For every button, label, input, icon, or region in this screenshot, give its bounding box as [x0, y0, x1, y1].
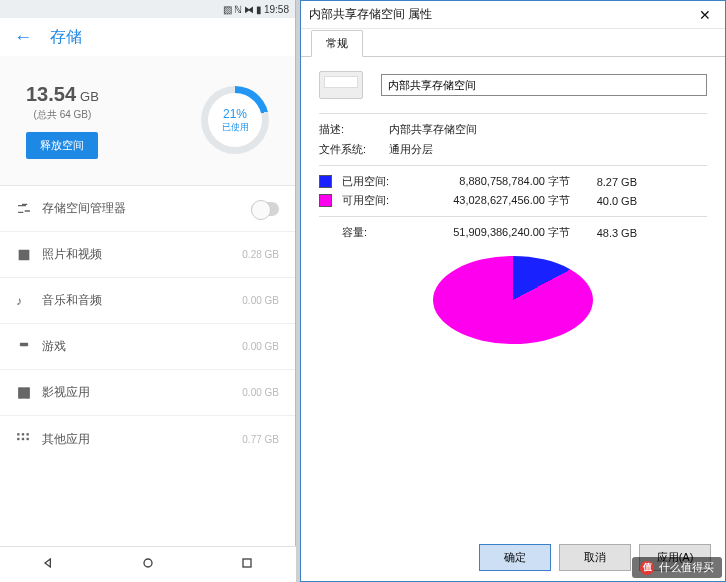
- svg-rect-8: [243, 559, 251, 567]
- page-title: 存储: [50, 27, 82, 48]
- svg-rect-1: [17, 433, 19, 435]
- back-arrow-icon[interactable]: ←: [14, 27, 32, 48]
- storage-summary: 13.54GB (总共 64 GB) 释放空间 21% 已使用: [0, 56, 295, 186]
- movie-icon: [16, 385, 42, 401]
- free-color-swatch: [319, 194, 332, 207]
- total-amount: (总共 64 GB): [26, 108, 99, 122]
- music-icon: ♪: [16, 294, 42, 308]
- used-gb: 8.27 GB: [582, 176, 637, 188]
- other-apps-row[interactable]: 其他应用 0.77 GB: [0, 416, 295, 462]
- nav-home-icon[interactable]: [140, 555, 156, 575]
- tab-strip: 常规: [301, 29, 725, 57]
- ring-label: 已使用: [222, 121, 249, 134]
- status-time: 19:58: [264, 4, 289, 15]
- dialog-titlebar: 内部共享存储空间 属性 ✕: [301, 1, 725, 29]
- disk-usage-table: 已用空间: 8,880,758,784.00 字节 8.27 GB 可用空间: …: [319, 174, 707, 240]
- games-row[interactable]: 游戏 0.00 GB: [0, 324, 295, 370]
- svg-rect-2: [22, 433, 24, 435]
- nav-recents-icon[interactable]: [239, 555, 255, 575]
- svg-point-7: [144, 559, 152, 567]
- free-bytes: 43,028,627,456.00 字节: [412, 193, 582, 208]
- description-value: 内部共享存储空间: [389, 122, 707, 137]
- watermark: 值 什么值得买: [632, 557, 722, 578]
- svg-rect-0: [20, 342, 28, 345]
- close-button[interactable]: ✕: [693, 7, 717, 23]
- nav-back-icon[interactable]: [41, 555, 57, 575]
- battery-icon: ▮: [256, 4, 262, 15]
- dialog-title: 内部共享存储空间 属性: [309, 6, 432, 23]
- ok-button[interactable]: 确定: [479, 544, 551, 571]
- used-bytes: 8,880,758,784.00 字节: [412, 174, 582, 189]
- svg-rect-5: [22, 438, 24, 440]
- android-navbar: [0, 546, 296, 582]
- android-storage-panel: ▧ ℕ ⧓ ▮ 19:58 ← 存储 13.54GB (总共 64 GB) 释放…: [0, 0, 296, 582]
- free-gb: 40.0 GB: [582, 195, 637, 207]
- status-bar: ▧ ℕ ⧓ ▮ 19:58: [0, 0, 295, 18]
- svg-rect-4: [17, 438, 19, 440]
- general-panel: 描述: 内部共享存储空间 文件系统: 通用分层 已用空间: 8,880,758,…: [301, 57, 725, 581]
- nfc-icon: ℕ: [234, 4, 242, 15]
- bluetooth-icon: ⧓: [244, 4, 254, 15]
- watermark-logo-icon: 值: [640, 561, 654, 575]
- volume-name-input[interactable]: [381, 74, 707, 96]
- gamepad-icon: [16, 342, 42, 352]
- disk-usage-pie: [433, 256, 593, 364]
- music-row[interactable]: ♪ 音乐和音频 0.00 GB: [0, 278, 295, 324]
- storage-manager-row[interactable]: 存储空间管理器: [0, 186, 295, 232]
- capacity-gb: 48.3 GB: [582, 227, 637, 239]
- photos-row[interactable]: 照片和视频 0.28 GB: [0, 232, 295, 278]
- picture-icon: ▧: [223, 4, 232, 15]
- movies-row[interactable]: 影视应用 0.00 GB: [0, 370, 295, 416]
- used-color-swatch: [319, 175, 332, 188]
- svg-rect-3: [27, 433, 29, 435]
- tab-general[interactable]: 常规: [311, 30, 363, 57]
- drive-icon: [319, 71, 363, 99]
- svg-rect-6: [27, 438, 29, 440]
- cancel-button[interactable]: 取消: [559, 544, 631, 571]
- ring-percent: 21%: [222, 107, 249, 121]
- android-titlebar: ← 存储: [0, 18, 295, 56]
- free-space-button[interactable]: 释放空间: [26, 132, 98, 159]
- properties-dialog: 内部共享存储空间 属性 ✕ 常规 描述: 内部共享存储空间 文件系统: 通用分层: [300, 0, 726, 582]
- tune-icon: [16, 201, 42, 217]
- filesystem-value: 通用分层: [389, 142, 707, 157]
- apps-icon: [16, 432, 42, 446]
- photo-icon: [16, 247, 42, 263]
- usage-ring: 21% 已使用: [201, 86, 269, 154]
- capacity-bytes: 51,909,386,240.00 字节: [412, 225, 582, 240]
- row-label: 存储空间管理器: [42, 200, 251, 217]
- used-amount: 13.54GB: [26, 83, 99, 106]
- storage-manager-toggle[interactable]: [251, 202, 279, 216]
